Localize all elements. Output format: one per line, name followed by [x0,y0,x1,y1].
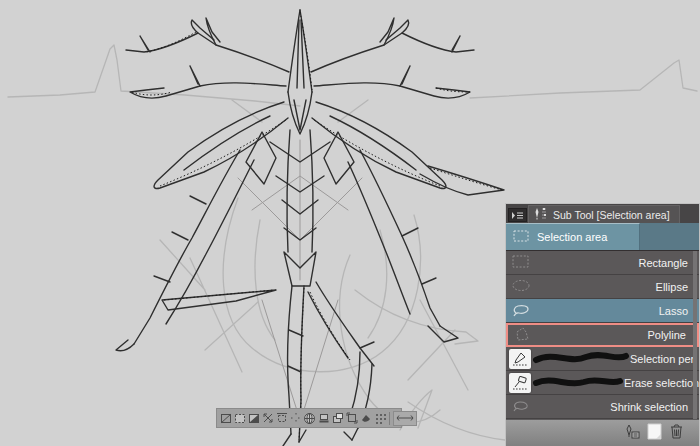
subtool-row-selection-pen[interactable]: Selection pen [506,347,699,371]
subtool-palette-icon [533,207,549,222]
subtool-label: Ellipse [656,281,688,293]
subtool-label: Lasso [659,305,688,317]
subtool-label: Erase selection [624,377,699,389]
scale-selection-icon[interactable] [303,411,316,426]
select-all-icon[interactable] [233,411,246,426]
new-subtool-icon[interactable] [646,423,663,444]
subtool-panel-titlebar: Sub Tool [Selection area] [506,204,699,223]
subtool-label: Polyline [647,329,686,341]
subtool-row-polyline[interactable]: Polyline [506,323,699,347]
selection-pen-icon [509,349,531,369]
panel-menu-icon[interactable] [508,208,527,222]
delete-subtool-icon[interactable] [668,423,685,444]
expand-selection-icon[interactable] [275,411,288,426]
polyline-select-icon [514,327,531,343]
copy-paste-icon[interactable] [331,411,344,426]
subtool-row-shrink-selection[interactable]: Shrink selection [506,395,699,419]
construction-lines [238,140,362,420]
subtool-group-row: Selection area [506,223,699,251]
ellipse-select-icon [512,279,530,294]
subtool-list: Rectangle Ellipse Lasso Polyline [506,251,699,419]
subtool-label: Shrink selection [610,401,688,413]
subtool-row-ellipse[interactable]: Ellipse [506,275,699,299]
fill-icon[interactable] [359,411,372,426]
subtool-label: Rectangle [638,257,688,269]
deselect-icon[interactable] [219,411,232,426]
invert-selection-icon[interactable] [247,411,260,426]
selection-launcher [216,408,402,428]
subtool-row-rectangle[interactable]: Rectangle [506,251,699,275]
shrink-selection-icon [512,399,531,415]
transform-icon[interactable] [345,411,358,426]
brush-stroke-sample [532,349,630,369]
launcher-handle-icon[interactable] [393,411,417,426]
brush-stroke-sample [532,373,624,393]
group-tab-selection-area[interactable]: Selection area [506,223,640,250]
cut-paste-icon[interactable] [317,411,330,426]
register-subtool-icon[interactable] [624,424,641,444]
subtool-panel-footer [506,419,699,446]
subtool-panel-title: Sub Tool [Selection area] [553,209,670,221]
subtool-panel-tab[interactable]: Sub Tool [Selection area] [528,205,680,223]
selection-marching-ants [132,12,502,440]
launcher-separator [389,412,390,425]
subtool-label: Selection pen [630,353,697,365]
shrink-selection-icon[interactable] [261,411,274,426]
subtool-panel: Sub Tool [Selection area] Selection area… [505,203,700,446]
subtool-row-erase-selection[interactable]: Erase selection [506,371,699,395]
subtool-list-scrollbar[interactable] [693,251,697,419]
subtool-row-lasso[interactable]: Lasso [506,299,699,323]
group-tab-empty-area[interactable] [640,223,699,250]
tone-icon[interactable] [373,411,386,426]
clear-selection-icon[interactable] [289,411,302,426]
erase-selection-icon [509,373,531,393]
rectangle-select-icon [512,255,529,270]
selection-area-group-icon [513,230,529,244]
lasso-select-icon [512,303,531,319]
group-tab-label: Selection area [537,231,607,243]
